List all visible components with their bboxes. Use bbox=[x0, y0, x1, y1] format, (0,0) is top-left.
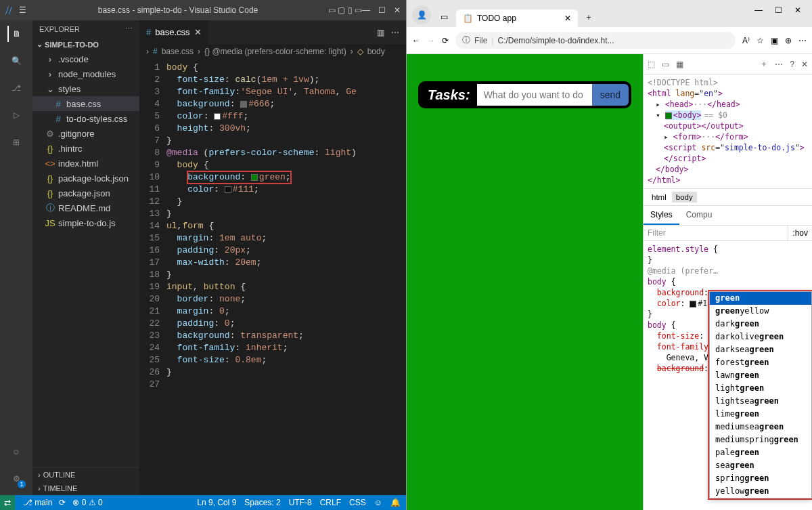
extensions-icon[interactable]: ⊞ bbox=[8, 134, 24, 150]
send-button[interactable]: send bbox=[592, 84, 629, 106]
forward-icon[interactable]: → bbox=[427, 36, 435, 45]
styles-filter[interactable]: Filter bbox=[644, 226, 788, 240]
problems-indicator[interactable]: ⊗ 0 ⚠ 0 bbox=[72, 498, 102, 507]
close-icon[interactable]: ✕ bbox=[394, 5, 401, 15]
favorite-icon[interactable]: ☆ bbox=[757, 36, 764, 45]
split-editor-icon[interactable]: ▥ bbox=[377, 28, 384, 37]
project-root[interactable]: ⌄ SIMPLE-TO-DO bbox=[32, 37, 139, 51]
tree-item-node-modules[interactable]: ›node_modules bbox=[32, 66, 139, 81]
copilot-icon[interactable]: ⊕ bbox=[785, 36, 792, 45]
autocomplete-item[interactable]: mediumseagreen bbox=[710, 421, 811, 433]
devtools-help-icon[interactable]: ? bbox=[790, 60, 794, 69]
indent-indicator[interactable]: Spaces: 2 bbox=[244, 498, 280, 507]
collections-icon[interactable]: ▣ bbox=[771, 36, 778, 45]
tree-item-README-md[interactable]: ⓘREADME.md bbox=[32, 200, 139, 215]
code-area[interactable]: 1234567891011121314151617181920212223242… bbox=[139, 59, 406, 495]
autocomplete-item[interactable]: lightseagreen bbox=[710, 395, 811, 408]
tree-item-package-json[interactable]: {}package.json bbox=[32, 186, 139, 200]
autocomplete-item[interactable]: seagreen bbox=[710, 459, 811, 472]
autocomplete-item[interactable]: palegreen bbox=[710, 446, 811, 459]
search-icon[interactable]: 🔍 bbox=[8, 53, 24, 69]
close-tab-icon[interactable]: ✕ bbox=[194, 27, 202, 37]
autocomplete-item[interactable]: greenyellow bbox=[710, 305, 811, 318]
computed-tab[interactable]: Compu bbox=[679, 206, 719, 225]
autocomplete-item[interactable]: darkgreen bbox=[710, 318, 811, 331]
address-bar[interactable]: ⓘ File | C:/Demo/simple-to-do/index.ht..… bbox=[455, 32, 736, 49]
maximize-icon[interactable]: ☐ bbox=[378, 5, 386, 15]
tree-item-index-html[interactable]: <>index.html bbox=[32, 156, 139, 171]
encoding-indicator[interactable]: UTF-8 bbox=[289, 498, 312, 507]
eol-indicator[interactable]: CRLF bbox=[320, 498, 341, 507]
language-indicator[interactable]: CSS bbox=[349, 498, 366, 507]
autocomplete-item[interactable]: yellowgreen bbox=[710, 485, 811, 498]
autocomplete-item[interactable]: forestgreen bbox=[710, 356, 811, 369]
bell-icon[interactable]: 🔔 bbox=[390, 498, 401, 507]
folder-open-icon: ⌄ bbox=[45, 84, 55, 94]
edge-titlebar: 👤 ▭ 📋 TODO app ✕ ＋ — ☐ ✕ bbox=[407, 0, 812, 27]
breadcrumb[interactable]: ›#base.css ›{} @media (prefers-color-sch… bbox=[139, 44, 406, 59]
outline-section[interactable]: ›OUTLINE bbox=[32, 468, 139, 482]
devtools-more-icon[interactable]: ⋯ bbox=[775, 60, 783, 69]
autocomplete-item[interactable]: limegreen bbox=[710, 408, 811, 421]
autocomplete-popup[interactable]: greengreenyellowdarkgreendarkolivegreend… bbox=[709, 291, 812, 498]
source-control-icon[interactable]: ⎇ bbox=[8, 80, 24, 96]
styles-tab[interactable]: Styles bbox=[644, 206, 679, 225]
autocomplete-item[interactable]: springgreen bbox=[710, 472, 811, 485]
settings-gear-icon[interactable]: ⚙1 bbox=[8, 471, 24, 487]
autocomplete-item[interactable]: mediumspringgreen bbox=[710, 433, 811, 446]
new-tab-button[interactable]: ＋ bbox=[578, 7, 600, 27]
device-icon[interactable]: ▭ bbox=[662, 60, 669, 69]
cursor-position[interactable]: Ln 9, Col 9 bbox=[197, 498, 236, 507]
autocomplete-item[interactable]: lawngreen bbox=[710, 369, 811, 382]
tree-item--hintrc[interactable]: {}.hintrc bbox=[32, 141, 139, 156]
folder-icon: › bbox=[45, 69, 55, 79]
feedback-icon[interactable]: ☺ bbox=[374, 498, 382, 507]
minimap[interactable] bbox=[379, 59, 406, 495]
autocomplete-item[interactable]: lightgreen bbox=[710, 382, 811, 395]
tree-item--vscode[interactable]: ›.vscode bbox=[32, 51, 139, 66]
tree-item--gitignore[interactable]: ⚙.gitignore bbox=[32, 126, 139, 141]
branch-indicator[interactable]: ⎇ main bbox=[23, 498, 52, 507]
more-actions-icon[interactable]: ⋯ bbox=[391, 28, 399, 37]
remote-indicator[interactable]: ⇄ bbox=[0, 495, 15, 510]
dom-tree[interactable]: <!DOCTYPE html><html lang="en">▸ <head>·… bbox=[644, 75, 812, 188]
run-debug-icon[interactable]: ▷ bbox=[8, 107, 24, 123]
autocomplete-item[interactable]: green bbox=[710, 292, 811, 305]
explorer-icon[interactable]: 🗎 bbox=[7, 26, 24, 42]
new-style-icon[interactable]: ＋ bbox=[760, 58, 768, 70]
maximize-icon[interactable]: ☐ bbox=[775, 5, 782, 15]
minimize-icon[interactable]: — bbox=[362, 5, 370, 15]
tab-actions-icon[interactable]: ▭ bbox=[435, 7, 453, 27]
tree-item-base-css[interactable]: #base.css bbox=[32, 96, 139, 111]
elements-tab-icon[interactable]: ▦ bbox=[676, 60, 683, 69]
settings-more-icon[interactable]: ⋯ bbox=[798, 36, 807, 45]
browser-tab[interactable]: 📋 TODO app ✕ bbox=[456, 9, 578, 27]
hover-toggle[interactable]: :hov bbox=[788, 226, 812, 240]
sync-icon[interactable]: ⟳ bbox=[59, 498, 66, 507]
more-icon[interactable]: ⋯ bbox=[125, 24, 133, 33]
autocomplete-item[interactable]: darkseagreen bbox=[710, 343, 811, 356]
editor-tabs: # base.css ✕ ▥ ⋯ bbox=[139, 20, 406, 44]
refresh-icon[interactable]: ⟳ bbox=[442, 36, 449, 45]
close-icon[interactable]: ✕ bbox=[794, 5, 801, 15]
code-content[interactable]: body { font-size: calc(1em + 1vw); font-… bbox=[166, 59, 406, 495]
profile-icon[interactable]: 👤 bbox=[412, 5, 431, 24]
autocomplete-item[interactable]: darkolivegreen bbox=[710, 331, 811, 343]
devtools-close-icon[interactable]: ✕ bbox=[801, 60, 808, 69]
account-icon[interactable]: ☺ bbox=[8, 444, 24, 460]
close-tab-icon[interactable]: ✕ bbox=[564, 14, 571, 23]
tree-item-to-do-styles-css[interactable]: #to-do-styles.css bbox=[32, 111, 139, 126]
back-icon[interactable]: ← bbox=[412, 36, 420, 45]
timeline-section[interactable]: ›TIMELINE bbox=[32, 482, 139, 495]
layout-icons[interactable]: ▭ ▢ ▯ ▭ bbox=[328, 5, 362, 15]
read-aloud-icon[interactable]: A⁾ bbox=[742, 36, 750, 45]
tree-item-simple-to-do-js[interactable]: JSsimple-to-do.js bbox=[32, 215, 139, 230]
tree-item-styles[interactable]: ⌄styles bbox=[32, 81, 139, 96]
task-input[interactable] bbox=[477, 84, 592, 106]
minimize-icon[interactable]: — bbox=[754, 5, 763, 15]
tab-base-css[interactable]: # base.css ✕ bbox=[139, 20, 209, 44]
inspect-icon[interactable]: ⬚ bbox=[648, 60, 655, 69]
menu-icon[interactable]: ☰ bbox=[19, 5, 26, 15]
tree-item-package-lock-json[interactable]: {}package-lock.json bbox=[32, 171, 139, 186]
dom-breadcrumb[interactable]: html body bbox=[644, 188, 812, 206]
